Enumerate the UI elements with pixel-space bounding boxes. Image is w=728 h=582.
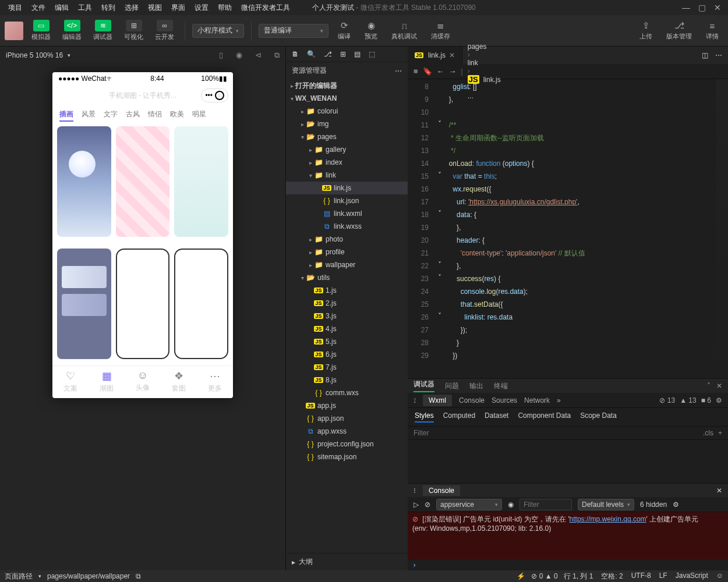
simulator-toggle[interactable]: ▭模拟器 bbox=[28, 18, 54, 43]
tree-node[interactable]: JS3.js bbox=[286, 310, 408, 322]
cat-tab[interactable]: 明星 bbox=[192, 109, 206, 122]
more-panels-icon[interactable]: » bbox=[557, 396, 561, 404]
inspect-icon[interactable]: ⟟ bbox=[414, 396, 416, 404]
bookmark-icon[interactable]: 🔖 bbox=[423, 67, 432, 76]
close-icon[interactable]: ✕ bbox=[716, 382, 722, 390]
copy-icon[interactable]: ⧉ bbox=[274, 51, 280, 60]
ext-icon[interactable]: ⊞ bbox=[340, 50, 346, 58]
tree-node[interactable]: JSapp.js bbox=[286, 399, 408, 412]
styles-tab[interactable]: Component Data bbox=[518, 411, 571, 423]
menu-编辑[interactable]: 编辑 bbox=[50, 1, 73, 15]
wallpaper-card[interactable] bbox=[174, 249, 228, 359]
wallpaper-card[interactable] bbox=[116, 126, 170, 237]
warn-badge[interactable]: ▲ 13 bbox=[680, 396, 697, 404]
open-editors-section[interactable]: ▸打开的编辑器 bbox=[286, 79, 408, 92]
record-icon[interactable]: ◉ bbox=[236, 51, 242, 60]
bottom-nav[interactable]: ♡文案▦潮图☺头像❖套图⋯更多 bbox=[52, 365, 233, 398]
editor-tab[interactable]: JSlink.js✕ bbox=[408, 47, 462, 64]
tree-node[interactable]: { }comm.wxs bbox=[286, 386, 408, 399]
tree-node[interactable]: JS4.js bbox=[286, 322, 408, 335]
cat-tab[interactable]: 文字 bbox=[104, 109, 118, 122]
cat-tab[interactable]: 风景 bbox=[82, 109, 96, 122]
menu-项目[interactable]: 项目 bbox=[3, 1, 27, 15]
tree-node[interactable]: { }project.config.json bbox=[286, 438, 408, 450]
console-filter-input[interactable] bbox=[520, 499, 572, 510]
cat-tab[interactable]: 情侣 bbox=[148, 109, 162, 122]
eye-icon[interactable]: ◉ bbox=[508, 501, 514, 509]
nav-item[interactable]: ▦潮图 bbox=[100, 370, 114, 393]
tree-node[interactable]: JS2.js bbox=[286, 297, 408, 310]
tree-node[interactable]: { }app.json bbox=[286, 412, 408, 425]
device-label[interactable]: iPhone 5 100% 16 bbox=[6, 51, 63, 59]
close-button[interactable]: ✕ bbox=[714, 3, 721, 12]
tree-node[interactable]: JS8.js bbox=[286, 374, 408, 386]
wallpaper-grid[interactable] bbox=[52, 126, 233, 365]
console-expand-icon[interactable]: ⁝ bbox=[414, 487, 416, 495]
menu-视图[interactable]: 视图 bbox=[143, 1, 167, 15]
styles-tab[interactable]: Computed bbox=[443, 411, 475, 423]
breadcrumb[interactable]: ≡ 🔖 ← → | pages › link › JSlink.js › ... bbox=[408, 64, 728, 79]
menu-转到[interactable]: 转到 bbox=[97, 1, 120, 15]
fwd-icon[interactable]: → bbox=[449, 67, 457, 76]
tree-node[interactable]: ⧉link.wxss bbox=[286, 220, 408, 233]
code-editor[interactable]: 8 9 10 11 12 13 14 15 16 17 18 19 20 21 … bbox=[408, 79, 728, 378]
tree-node[interactable]: { }link.json bbox=[286, 194, 408, 207]
tree-node[interactable]: ▸📁profile bbox=[286, 246, 408, 258]
clear-console-icon[interactable]: ⊘ bbox=[425, 501, 430, 509]
menu-工具[interactable]: 工具 bbox=[73, 1, 97, 15]
tree-node[interactable]: ▾📂pages bbox=[286, 130, 408, 143]
styles-tab[interactable]: Dataset bbox=[485, 411, 508, 423]
tree-node[interactable]: ▸📁photo bbox=[286, 233, 408, 246]
tree-node[interactable]: ▤link.wxml bbox=[286, 207, 408, 220]
split-icon[interactable]: ◫ bbox=[702, 51, 708, 59]
error-badge[interactable]: ⊘ 13 bbox=[659, 396, 675, 404]
menu-微信开发者工具[interactable]: 微信开发者工具 bbox=[236, 1, 295, 15]
device-icon[interactable]: ▯ bbox=[219, 51, 223, 60]
dt-tab[interactable]: 问题 bbox=[445, 381, 459, 391]
context-select[interactable]: appservice▾ bbox=[436, 499, 502, 510]
wallpaper-card[interactable] bbox=[57, 126, 111, 237]
eol[interactable]: LF bbox=[659, 572, 667, 581]
menu-界面[interactable]: 界面 bbox=[167, 1, 190, 15]
tree-node[interactable]: ▾📂utils bbox=[286, 271, 408, 284]
page-path[interactable]: pages/wallpaper/wallpaper bbox=[47, 572, 130, 580]
tree-node[interactable]: JS7.js bbox=[286, 361, 408, 374]
minimap[interactable] bbox=[716, 79, 728, 378]
styles-tabs[interactable]: StylesComputedDatasetComponent DataScope… bbox=[408, 408, 728, 427]
menu-选择[interactable]: 选择 bbox=[120, 1, 143, 15]
tree-node[interactable]: ▸📁wallpaper bbox=[286, 258, 408, 271]
dt-tab[interactable]: 调试器 bbox=[414, 379, 434, 392]
upload-button[interactable]: ⇪上传 bbox=[635, 19, 657, 42]
tree-node[interactable]: ▾📁link bbox=[286, 169, 408, 182]
wallpaper-card[interactable] bbox=[174, 126, 228, 237]
outline-section[interactable]: ▸大纲 bbox=[286, 553, 408, 570]
status-error[interactable]: ⊘ 0 ▲ 0 bbox=[531, 572, 557, 580]
tree-node[interactable]: JSlink.js bbox=[286, 182, 408, 194]
cat-tab[interactable]: 古风 bbox=[126, 109, 140, 122]
editor-toggle[interactable]: </>编辑器 bbox=[59, 18, 85, 43]
cls-toggle[interactable]: .cls bbox=[703, 429, 713, 437]
nav-item[interactable]: ❖套图 bbox=[172, 370, 186, 393]
nav-item[interactable]: ☺头像 bbox=[136, 370, 150, 393]
hot-reload-icon[interactable]: ⚡ bbox=[517, 572, 525, 580]
remote-debug-button[interactable]: ⎍真机调试 bbox=[387, 19, 422, 42]
minimize-button[interactable]: — bbox=[682, 3, 690, 12]
mode-select[interactable]: 小程序模式▾ bbox=[192, 24, 244, 38]
wallpaper-card[interactable] bbox=[57, 249, 111, 359]
list-icon[interactable]: ≡ bbox=[414, 67, 418, 76]
git-icon[interactable]: ⎇ bbox=[324, 50, 332, 58]
dt-tab[interactable]: 输出 bbox=[469, 381, 483, 391]
console-tab[interactable]: Console bbox=[423, 485, 460, 496]
more-icon[interactable]: ⋯ bbox=[395, 67, 402, 75]
devtools-top-tabs[interactable]: 调试器问题输出终端 ˄✕ bbox=[408, 379, 728, 393]
hidden-count[interactable]: 6 hidden bbox=[640, 501, 667, 509]
menu-帮助[interactable]: 帮助 bbox=[213, 1, 236, 15]
tree-node[interactable]: JS5.js bbox=[286, 335, 408, 348]
category-tabs[interactable]: 插画风景文字古风情侣欧美明星 bbox=[52, 106, 233, 126]
tree-node[interactable]: ▸📁index bbox=[286, 156, 408, 169]
devtools-panel-tabs[interactable]: ⟟ Wxml Console Sources Network » ⊘ 13 ▲ … bbox=[408, 393, 728, 408]
language[interactable]: JavaScript bbox=[676, 572, 708, 581]
cloud-toggle[interactable]: ∞云开发 bbox=[151, 18, 178, 43]
tree-node[interactable]: ▸📂img bbox=[286, 118, 408, 130]
menu-文件[interactable]: 文件 bbox=[27, 1, 50, 15]
